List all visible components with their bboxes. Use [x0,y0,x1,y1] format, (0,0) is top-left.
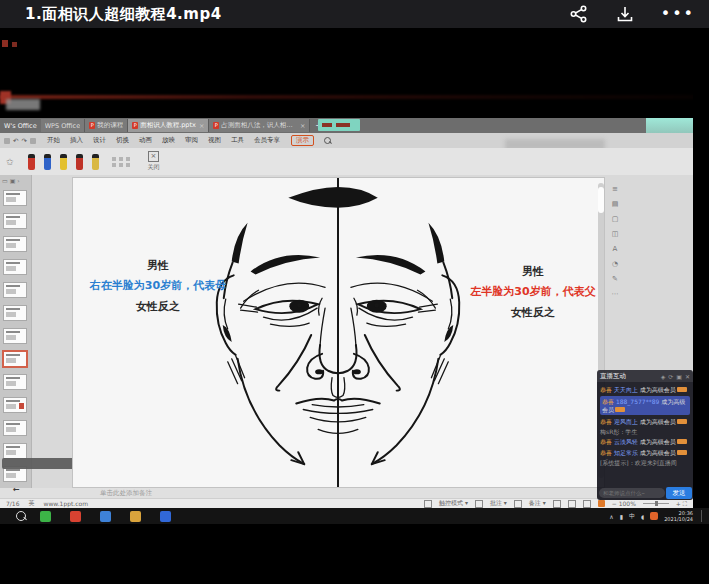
zoom-level: − 100% [612,500,636,507]
favorite-icon[interactable]: ✩ [6,157,14,167]
panel-view-icons[interactable]: ▭▣› [2,177,22,184]
slide-thumbnail[interactable] [3,443,27,459]
slide-thumbnail[interactable] [3,351,27,367]
menu-item[interactable]: 工具 [226,136,249,145]
statusbar-button[interactable]: 批注 ▾ [490,499,507,508]
more-options-icon[interactable]: ••• [661,4,695,24]
eraser-tools[interactable] [112,157,130,167]
video-app-icon[interactable] [160,511,171,522]
clock-icon[interactable]: ◔ [612,260,618,268]
print-icon[interactable] [30,138,36,144]
menu-item[interactable]: 会员专享 [249,136,285,145]
wechat-icon[interactable] [40,511,51,522]
chat-message: 恭喜 知足常乐 成为高级会员 [600,449,690,457]
refresh-icon[interactable]: ⟳ [668,373,673,380]
taskbar-search-icon[interactable] [16,511,26,521]
sorter-view-icon[interactable] [568,500,576,508]
marker-pen-icon[interactable] [60,154,67,170]
taskbar-clock[interactable]: 20:36 2021/10/24 [664,510,693,522]
animation-icon[interactable]: ◫ [612,230,619,238]
thumbnail-image [19,403,24,409]
zoom-in-button[interactable]: + ⛶ [676,500,687,508]
view-mode-icon[interactable] [514,500,522,508]
tab-close-icon[interactable]: × [199,122,204,130]
wps-window-tab[interactable]: WPS Office [41,119,86,132]
stocks-app-icon[interactable] [70,511,81,522]
slide-thumbnail[interactable] [3,213,27,229]
gift-icon[interactable]: ◈ [661,373,666,380]
slide-thumbnail[interactable] [3,397,27,413]
statusbar-button[interactable]: 触控模式 ▾ [439,499,468,508]
right-tool-column: ≡▤▢◫A◔✎⋯ [608,185,622,298]
wps-window-tab[interactable]: P我的课程 [85,119,128,132]
menu-item[interactable]: 视图 [203,136,226,145]
undo-icon[interactable]: ↶ [13,137,18,145]
layout-icon[interactable]: ▢ [612,215,619,223]
reading-view-icon[interactable] [583,500,591,508]
edit-icon[interactable]: ✎ [612,275,618,283]
slide-thumbnail[interactable] [3,305,27,321]
slide-thumbnail[interactable] [3,282,27,298]
tab-close-icon[interactable]: × [300,122,305,130]
zoom-slider-handle[interactable] [655,501,658,506]
scrollbar-thumb[interactable] [598,187,604,213]
slide-thumbnail[interactable] [3,420,27,436]
wps-window-tab[interactable]: P占测面相八法，识人相面，轻松…× [209,119,310,132]
volume-icon[interactable]: ◖ [641,513,644,520]
show-desktop-button[interactable] [701,510,705,522]
slide-thumbnail[interactable] [3,259,27,275]
notes-strip: ← 单击此处添加备注 [0,488,693,498]
send-button[interactable]: 发送 [666,487,692,499]
chat-input[interactable] [599,488,665,498]
marker-pen-icon[interactable] [44,154,51,170]
tray-expand-icon[interactable]: ∧ [609,513,613,520]
play-slideshow-icon[interactable] [598,500,605,507]
share-icon[interactable] [569,4,589,24]
marker-pen-icon[interactable] [92,154,99,170]
outline-icon[interactable]: ≡ [612,185,618,193]
notes-icon[interactable]: ▤ [612,200,619,208]
close-chat-icon[interactable]: ✕ [685,373,690,380]
slide-thumbnail[interactable] [3,236,27,252]
slide-thumbnail[interactable] [3,328,27,344]
menu-item[interactable]: 审阅 [180,136,203,145]
chat-text: 成为高级会员 [640,386,676,393]
slide-view-icon[interactable] [553,500,561,508]
menu-item[interactable]: 开始 [42,136,65,145]
menu-item-highlight[interactable]: 演示 [291,135,314,146]
marker-pen-icon[interactable] [28,154,35,170]
file-explorer-icon[interactable] [130,511,141,522]
wps-window: W's Office WPS OfficeP我的课程P面相识人教程.pptx×P… [0,118,693,508]
wps-window-tab[interactable]: P面相识人教程.pptx× [128,119,209,132]
menu-item[interactable]: 切换 [111,136,134,145]
search-icon[interactable] [324,137,331,144]
close-icon[interactable]: × [148,151,159,162]
qq-icon[interactable] [100,511,111,522]
menu-item[interactable]: 动画 [134,136,157,145]
menu-item[interactable]: 插入 [65,136,88,145]
statusbar-button[interactable]: 备注 ▾ [529,499,546,508]
close-pen-panel-button[interactable]: × 关闭 [148,151,160,172]
view-mode-icon[interactable] [475,500,483,508]
more-icon[interactable]: ⋯ [612,290,619,298]
settings-icon[interactable]: ▣ [676,373,682,380]
zoom-slider[interactable] [643,503,669,504]
video-artifact [6,99,40,110]
tray-app-icon[interactable] [650,512,658,520]
download-icon[interactable] [615,4,635,24]
marker-pen-icon[interactable] [76,154,83,170]
view-mode-icon[interactable] [424,500,432,508]
battery-icon[interactable]: ▮ [620,513,623,520]
back-arrow-icon[interactable]: ← [13,485,20,494]
video-artifact [0,95,709,99]
notes-hint[interactable]: 单击此处添加备注 [100,489,152,498]
menu-item[interactable]: 设计 [88,136,111,145]
ime-icon[interactable]: 中 [629,512,635,521]
slide-thumbnail[interactable] [3,374,27,390]
text-tool-icon[interactable]: A [613,245,618,253]
wps-doc-icon: P [213,122,219,129]
menu-item[interactable]: 放映 [157,136,180,145]
slide-thumbnail[interactable] [3,190,27,206]
redo-icon[interactable]: ↷ [21,137,26,145]
save-icon[interactable] [4,138,10,144]
